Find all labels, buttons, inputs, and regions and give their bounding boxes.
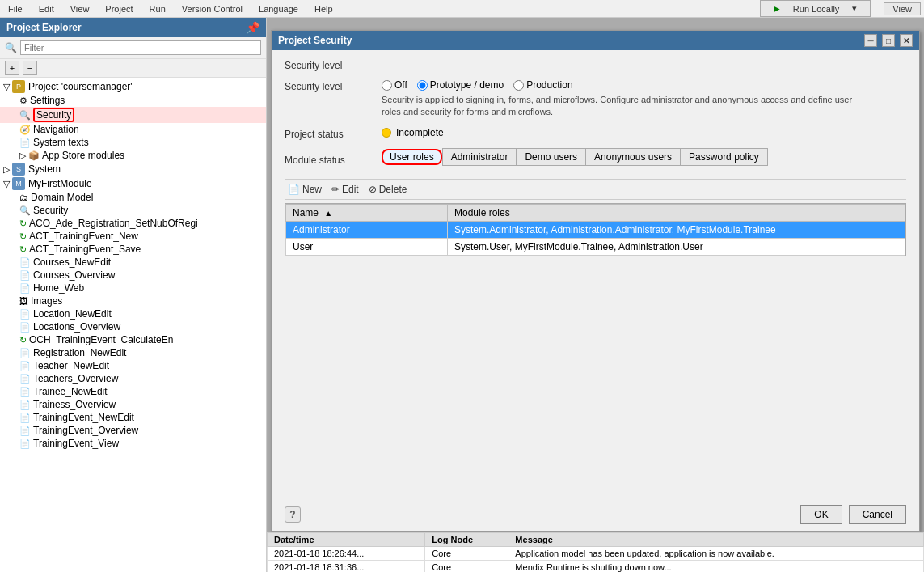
tree-item-home-web[interactable]: 📄 Home_Web xyxy=(0,282,266,294)
tree-item-location-newedit[interactable]: 📄 Location_NewEdit xyxy=(0,307,266,320)
remove-button[interactable]: − xyxy=(23,61,37,75)
app-store-icon: 📦 xyxy=(28,150,40,161)
tree-item-registration-newedit[interactable]: 📄 Registration_NewEdit xyxy=(0,346,266,359)
registration-label: Registration_NewEdit xyxy=(33,347,126,358)
new-button[interactable]: 📄 New xyxy=(285,183,325,196)
row-name-cell: User xyxy=(286,238,448,255)
location-newedit-label: Location_NewEdit xyxy=(33,308,112,320)
radio-prototype-label[interactable]: Prototype / demo xyxy=(417,79,504,91)
tree-item-images[interactable]: 🖼 Images xyxy=(0,294,266,307)
tree-item-system-texts[interactable]: 📄 System texts xyxy=(0,136,266,149)
trainingevent-view-label: TrainingEvent_View xyxy=(33,438,119,449)
tree-item-settings[interactable]: ⚙ Settings xyxy=(0,94,266,107)
location-newedit-icon: 📄 xyxy=(19,309,31,320)
trainingevent-newedit-icon: 📄 xyxy=(19,413,31,423)
tree-item-project-root[interactable]: ▽ P Project 'coursemanager' xyxy=(0,79,266,94)
pe-toolbar: + − xyxy=(0,59,266,78)
security-level-row: Security level Off Prototype / demo xyxy=(285,79,906,119)
add-button[interactable]: + xyxy=(5,61,19,75)
tree-item-trainingevent-view[interactable]: 📄 TrainingEvent_View xyxy=(0,437,266,450)
tree-item-act-training-new[interactable]: ↻ ACT_TrainingEvent_New xyxy=(0,230,266,243)
project-root-label: Project 'coursemanager' xyxy=(28,81,133,92)
pe-header-icons: 📌 xyxy=(246,21,259,34)
security-label: Security xyxy=(33,108,74,122)
trainingevent-overview-icon: 📄 xyxy=(19,426,31,436)
module-label: MyFirstModule xyxy=(28,178,92,189)
dialog-titlebar-buttons: ─ □ ✕ xyxy=(864,34,913,47)
close-button[interactable]: ✕ xyxy=(900,34,913,47)
tab-demo-users[interactable]: Demo users xyxy=(516,148,585,166)
dropdown-arrow-icon: ▾ xyxy=(847,2,862,15)
radio-production[interactable] xyxy=(513,80,524,91)
edit-button[interactable]: ✏ Edit xyxy=(328,183,362,196)
tab-user-roles[interactable]: User roles xyxy=(382,149,442,165)
aco-ade-label: ACO_Ade_Registration_SetNubOfRegi xyxy=(29,218,198,229)
menu-help[interactable]: Help xyxy=(310,2,338,15)
trainee-icon: 📄 xyxy=(19,387,31,397)
tree-item-act-training-save[interactable]: ↻ ACT_TrainingEvent_Save xyxy=(0,243,266,256)
dialog-title: Project Security xyxy=(278,35,352,46)
menu-project[interactable]: Project xyxy=(100,2,137,15)
tree-item-trainee-newedit[interactable]: 📄 Trainee_NewEdit xyxy=(0,385,266,398)
tree-item-courses-overview[interactable]: 📄 Courses_Overview xyxy=(0,269,266,282)
project-security-dialog: Project Security ─ □ ✕ Security level xyxy=(271,30,920,532)
col-name-header[interactable]: Name ▲ xyxy=(286,204,448,221)
radio-off[interactable] xyxy=(382,80,392,91)
tree-item-domain-model[interactable]: 🗂 Domain Model xyxy=(0,191,266,204)
tree-item-aco-ade[interactable]: ↻ ACO_Ade_Registration_SetNubOfRegi xyxy=(0,217,266,230)
view-button[interactable]: View xyxy=(884,2,921,15)
tree-item-teacher-newedit[interactable]: 📄 Teacher_NewEdit xyxy=(0,359,266,372)
tree-item-och-training[interactable]: ↻ OCH_TrainingEvent_CalculateEn xyxy=(0,333,266,346)
pin-icon[interactable]: 📌 xyxy=(246,21,259,34)
tab-anonymous-users[interactable]: Anonymous users xyxy=(585,148,680,166)
run-locally-button[interactable]: ▶ Run Locally ▾ xyxy=(760,0,871,17)
menu-run[interactable]: Run xyxy=(145,2,171,15)
tree-item-navigation[interactable]: 🧭 Navigation xyxy=(0,123,266,136)
security-level-radio-group: Off Prototype / demo Production xyxy=(382,79,906,91)
tree-item-trainingevent-overview[interactable]: 📄 TrainingEvent_Overview xyxy=(0,424,266,437)
help-button[interactable]: ? xyxy=(285,506,301,523)
radio-production-label[interactable]: Production xyxy=(513,79,572,91)
project-explorer-header: Project Explorer 📌 xyxy=(0,18,266,37)
menu-view[interactable]: View xyxy=(65,2,95,15)
home-web-label: Home_Web xyxy=(33,282,84,294)
col-module-roles-header[interactable]: Module roles xyxy=(448,204,905,221)
menu-version-control[interactable]: Version Control xyxy=(177,2,247,15)
project-status-value: Incomplete xyxy=(396,127,444,138)
tree-item-app-store[interactable]: ▷ 📦 App Store modules xyxy=(0,149,266,162)
tree-item-locations-overview[interactable]: 📄 Locations_Overview xyxy=(0,320,266,333)
menu-file[interactable]: File xyxy=(3,2,27,15)
act-new-label: ACT_TrainingEvent_New xyxy=(29,231,138,242)
app-store-expand-icon: ▷ xyxy=(19,150,26,161)
table-row[interactable]: User System.User, MyFirstModule.Trainee,… xyxy=(286,238,905,255)
tree-item-security[interactable]: 🔍 Security xyxy=(0,107,266,123)
tree-item-system[interactable]: ▷ S System xyxy=(0,162,266,176)
domain-model-icon: 🗂 xyxy=(19,193,28,202)
tree-item-teachers-overview[interactable]: 📄 Teachers_Overview xyxy=(0,372,266,385)
tree-item-security2[interactable]: 🔍 Security xyxy=(0,204,266,217)
tree-item-myfirstmodule[interactable]: ▽ M MyFirstModule xyxy=(0,176,266,191)
act-save-label: ACT_TrainingEvent_Save xyxy=(29,244,141,255)
trainingevent-overview-label: TrainingEvent_Overview xyxy=(33,425,138,436)
tree-item-trainingevent-newedit[interactable]: 📄 TrainingEvent_NewEdit xyxy=(0,411,266,424)
minimize-button[interactable]: ─ xyxy=(864,34,877,47)
security-level-label: Security level xyxy=(285,79,382,92)
maximize-button[interactable]: □ xyxy=(882,34,895,47)
filter-input[interactable] xyxy=(20,40,261,55)
edit-label: Edit xyxy=(342,184,359,195)
delete-icon: ⊘ xyxy=(369,184,377,195)
project-explorer-title: Project Explorer xyxy=(6,22,82,33)
menu-edit[interactable]: Edit xyxy=(34,2,59,15)
radio-off-label[interactable]: Off xyxy=(382,79,407,91)
delete-button[interactable]: ⊘ Delete xyxy=(365,183,411,196)
menu-language[interactable]: Language xyxy=(254,2,303,15)
ok-button[interactable]: OK xyxy=(800,505,842,524)
table-row[interactable]: Administrator System.Administrator, Admi… xyxy=(286,221,905,238)
tab-password-policy[interactable]: Password policy xyxy=(680,148,768,166)
tab-administrator[interactable]: Administrator xyxy=(442,148,517,166)
cancel-button[interactable]: Cancel xyxy=(849,505,906,524)
radio-prototype[interactable] xyxy=(417,80,428,91)
log-datetime-header: Date/time xyxy=(268,533,425,547)
tree-item-trainess-overview[interactable]: 📄 Trainess_Overview xyxy=(0,398,266,411)
tree-item-courses-newedit[interactable]: 📄 Courses_NewEdit xyxy=(0,256,266,269)
